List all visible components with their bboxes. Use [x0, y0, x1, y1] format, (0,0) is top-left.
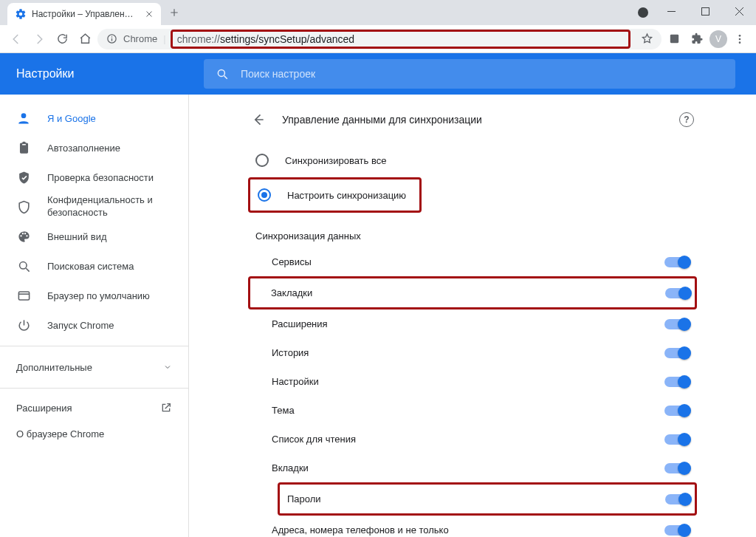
settings-title: Настройки	[0, 67, 199, 81]
close-icon[interactable]	[143, 8, 155, 20]
chevron-down-icon	[163, 363, 172, 372]
toggle-switch[interactable]	[664, 434, 690, 445]
bookmark-star-icon[interactable]	[636, 29, 657, 49]
toggle-row-theme: Тема	[251, 396, 694, 425]
sidebar-link-extensions[interactable]: Расширения	[0, 394, 188, 421]
svg-point-5	[739, 38, 741, 40]
sidebar-item-label: Внешний вид	[47, 231, 107, 242]
toggle-switch[interactable]	[665, 288, 690, 298]
palette-icon	[16, 229, 31, 244]
radio-label: Настроить синхронизацию	[287, 190, 406, 201]
gear-icon	[15, 8, 27, 20]
sidebar-link-about[interactable]: О браузере Chrome	[0, 421, 188, 447]
sidebar-item-label: Автозаполнение	[47, 143, 120, 154]
radio-label: Синхронизировать все	[285, 155, 386, 166]
toggle-row-extensions: Расширения	[251, 309, 694, 338]
titlebar: Настройки – Управление данны	[0, 0, 756, 25]
page-header-row: Управление данными для синхронизации ?	[251, 106, 694, 145]
toggle-switch[interactable]	[664, 463, 690, 473]
toggle-switch[interactable]	[664, 406, 690, 416]
browser-tab[interactable]: Настройки – Управление данны	[7, 3, 161, 25]
radio-icon	[255, 154, 269, 167]
sidebar-item-google[interactable]: Я и Google	[0, 103, 188, 133]
toggle-label: Сервисы	[272, 256, 312, 267]
search-icon	[16, 259, 31, 273]
sidebar-item-default-browser[interactable]: Браузер по умолчанию	[0, 281, 188, 310]
shield-icon	[16, 199, 31, 214]
sidebar-item-label: Конфиденциальность и безопасность	[47, 194, 172, 219]
extensions-icon[interactable]	[664, 29, 684, 49]
sidebar-item-autofill[interactable]: Автозаполнение	[0, 133, 188, 163]
toggle-switch[interactable]	[664, 525, 690, 536]
toggle-switch[interactable]	[664, 257, 690, 267]
sidebar-item-startup[interactable]: Запуск Chrome	[0, 310, 188, 340]
sidebar-item-label: Я и Google	[47, 113, 96, 124]
toggle-label: Тема	[272, 405, 295, 416]
window-indicator-icon	[638, 7, 648, 18]
app-window: Настройки – Управление данны Chrome	[0, 0, 756, 537]
nav-back-button[interactable]	[6, 29, 27, 49]
radio-icon	[258, 188, 271, 202]
back-arrow-icon[interactable]	[251, 112, 266, 127]
settings-search-input[interactable]	[241, 68, 724, 80]
toggle-switch[interactable]	[664, 319, 690, 329]
profile-avatar[interactable]: V	[709, 30, 727, 48]
content-area: Настройки Я и Google Автозаполнение	[0, 53, 756, 537]
sidebar-item-label: Проверка безопасности	[47, 172, 154, 183]
extensions-puzzle-icon[interactable]	[687, 29, 707, 49]
sidebar-advanced-toggle[interactable]: Дополнительные	[0, 352, 188, 382]
settings-header: Настройки	[0, 53, 756, 95]
settings-search[interactable]	[204, 59, 735, 89]
home-button[interactable]	[75, 29, 95, 49]
minimize-button[interactable]	[654, 0, 688, 22]
sidebar-separator	[0, 388, 188, 389]
svg-point-8	[21, 113, 27, 118]
toggle-label: Адреса, номера телефонов и не только	[272, 524, 449, 536]
omnibox-prefix: Chrome	[123, 33, 157, 44]
sidebar-item-search-engine[interactable]: Поисковая система	[0, 251, 188, 281]
sidebar-link-label: Расширения	[16, 403, 72, 414]
sidebar-item-appearance[interactable]: Внешний вид	[0, 222, 188, 251]
sidebar-separator	[0, 346, 188, 346]
toggle-row-apps: Сервисы	[251, 247, 694, 276]
reload-button[interactable]	[52, 29, 72, 49]
toggle-switch[interactable]	[665, 494, 690, 504]
omnibox-url[interactable]: chrome://settings/syncSetup/advanced	[177, 33, 354, 45]
toggle-row-reading-list: Список для чтения	[251, 425, 694, 454]
toggle-label: Закладки	[271, 287, 312, 298]
maximize-button[interactable]	[688, 0, 722, 22]
svg-rect-0	[701, 7, 709, 15]
sidebar-item-label: Поисковая система	[47, 261, 134, 272]
person-icon	[16, 111, 31, 126]
svg-rect-3	[670, 35, 678, 43]
toggle-label: Список для чтения	[272, 434, 356, 445]
toggle-row-history: История	[251, 338, 694, 367]
clipboard-icon	[16, 140, 31, 155]
help-icon[interactable]: ?	[679, 112, 694, 127]
svg-point-7	[218, 69, 224, 76]
toggle-row-passwords: Пароли	[280, 485, 695, 513]
toggle-label: Пароли	[287, 493, 321, 504]
menu-button[interactable]	[729, 29, 750, 49]
main-panel: Управление данными для синхронизации ? С…	[189, 95, 756, 537]
shield-check-icon	[16, 170, 31, 185]
nav-forward-button[interactable]	[29, 29, 49, 49]
sidebar-item-security-check[interactable]: Проверка безопасности	[0, 163, 188, 192]
sidebar-item-privacy[interactable]: Конфиденциальность и безопасность	[0, 192, 188, 222]
window-controls	[654, 0, 756, 22]
section-title: Синхронизация данных	[251, 217, 694, 247]
new-tab-button[interactable]	[164, 2, 185, 23]
toggle-switch[interactable]	[664, 348, 690, 358]
toggle-row-settings: Настройки	[251, 367, 694, 396]
power-icon	[16, 318, 31, 332]
toggle-switch[interactable]	[664, 377, 690, 387]
page-title: Управление данными для синхронизации	[282, 114, 663, 126]
browser-icon	[16, 288, 31, 303]
toggle-label: Расширения	[272, 318, 328, 329]
radio-sync-all[interactable]: Синхронизировать все	[251, 145, 694, 176]
sidebar-item-label: Браузер по умолчанию	[47, 290, 150, 301]
window-close-button[interactable]	[722, 0, 756, 22]
radio-sync-custom[interactable]: Настроить синхронизацию	[250, 179, 419, 211]
site-info-icon[interactable]	[106, 33, 117, 44]
external-link-icon	[160, 402, 172, 414]
